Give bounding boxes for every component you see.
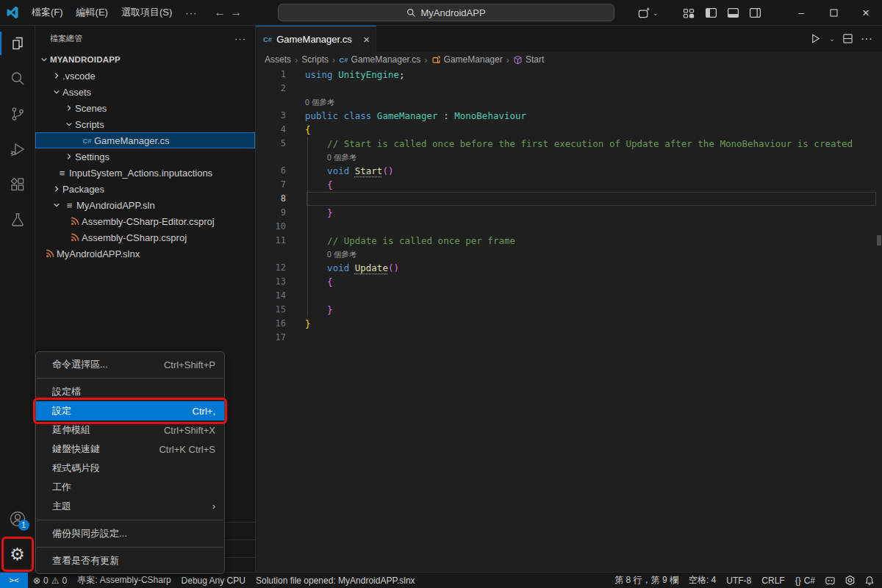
toggle-primary-sidebar-icon[interactable] bbox=[700, 4, 722, 23]
devkit-robot-icon[interactable] bbox=[820, 575, 840, 586]
close-button[interactable]: × bbox=[850, 0, 882, 26]
customize-layout-icon[interactable] bbox=[678, 4, 700, 23]
menu-item-settings[interactable]: 設定Ctrl+, bbox=[36, 401, 224, 420]
menubar-item[interactable]: 檔案(F) bbox=[25, 4, 70, 21]
toggle-secondary-sidebar-icon[interactable] bbox=[744, 4, 766, 23]
run-button[interactable] bbox=[807, 31, 823, 47]
line-number[interactable]: 1 bbox=[256, 68, 305, 82]
menu-item-generic[interactable]: 工作 bbox=[36, 478, 224, 497]
command-center-search[interactable]: MyAndroidAPP bbox=[278, 4, 614, 21]
line-number[interactable]: 12 bbox=[256, 261, 305, 275]
tree-item[interactable]: Assembly-CSharp-Editor.csproj bbox=[35, 213, 255, 229]
tree-item[interactable]: Assembly-CSharp.csproj bbox=[35, 229, 255, 245]
menu-item-generic[interactable]: 程式碼片段 bbox=[36, 459, 224, 478]
accounts-icon[interactable]: 1 bbox=[0, 501, 35, 537]
line-number[interactable]: 17 bbox=[256, 331, 305, 345]
explorer-icon[interactable] bbox=[0, 26, 35, 61]
code-line[interactable]: 11 // Update is called once per frame bbox=[256, 234, 882, 248]
search-icon[interactable] bbox=[0, 61, 35, 96]
tree-item[interactable]: ≡MyAndroidAPP.sln bbox=[35, 197, 255, 213]
maximize-button[interactable] bbox=[817, 0, 850, 26]
dotnet-hexagon-icon[interactable] bbox=[840, 575, 860, 586]
line-number[interactable]: 13 bbox=[256, 275, 305, 289]
run-debug-icon[interactable] bbox=[0, 132, 35, 167]
problems-status[interactable]: ⊗ 0 ⚠ 0 bbox=[28, 576, 72, 586]
code-line[interactable]: 14 bbox=[256, 289, 882, 303]
code-line[interactable]: 10 bbox=[256, 220, 882, 234]
solution-status[interactable]: Solution file opened: MyAndroidAPP.slnx bbox=[251, 576, 420, 586]
code-line[interactable]: 8 bbox=[256, 192, 882, 206]
codelens-row[interactable]: 0 個參考 bbox=[256, 151, 882, 164]
language-status[interactable]: {} C# bbox=[790, 576, 820, 586]
tree-item[interactable]: Scenes bbox=[35, 100, 255, 116]
breadcrumb-item[interactable]: Scripts bbox=[301, 54, 329, 65]
menu-item-generic[interactable]: 鍵盤快速鍵Ctrl+K Ctrl+S bbox=[36, 440, 224, 459]
menu-item-generic[interactable]: 延伸模組Ctrl+Shift+X bbox=[36, 420, 224, 440]
tab-close-icon[interactable]: × bbox=[363, 33, 370, 46]
minimize-button[interactable]: – bbox=[785, 0, 817, 26]
code-line[interactable]: 5 // Start is called once before the fir… bbox=[256, 137, 882, 151]
line-number[interactable]: 7 bbox=[256, 178, 305, 192]
nav-forward-icon[interactable]: → bbox=[230, 6, 242, 19]
source-control-icon[interactable] bbox=[0, 96, 35, 132]
project-status[interactable]: 專案: Assembly-CSharp bbox=[72, 574, 176, 587]
code-line[interactable]: 16} bbox=[256, 317, 882, 331]
menubar-item[interactable]: 選取項目(S) bbox=[115, 4, 179, 21]
line-number[interactable]: 8 bbox=[256, 192, 305, 206]
line-number[interactable]: 4 bbox=[256, 123, 305, 137]
code-line[interactable]: 13 { bbox=[256, 275, 882, 289]
tree-item[interactable]: MyAndroidAPP.slnx bbox=[35, 245, 255, 262]
notifications-bell-icon[interactable] bbox=[860, 576, 882, 586]
breadcrumb-item[interactable]: GameManager bbox=[431, 54, 503, 65]
line-number[interactable]: 10 bbox=[256, 220, 305, 234]
codelens-references[interactable]: 0 個參考 bbox=[305, 250, 356, 259]
tree-item[interactable]: Settings bbox=[35, 148, 255, 165]
explorer-more-icon[interactable]: ··· bbox=[234, 33, 246, 44]
code-editor[interactable]: 1using UnityEngine;20 個參考3public class G… bbox=[256, 68, 882, 572]
tab-gamemanager[interactable]: C# GameManager.cs × bbox=[256, 26, 376, 51]
settings-gear-icon[interactable]: ⚙ bbox=[0, 537, 35, 572]
code-line[interactable]: 9 } bbox=[256, 206, 882, 220]
run-chevron-icon[interactable]: ⌄ bbox=[826, 31, 836, 47]
editor-more-icon[interactable]: ··· bbox=[858, 31, 875, 47]
line-number[interactable]: 6 bbox=[256, 164, 305, 178]
split-editor-icon[interactable] bbox=[839, 31, 856, 47]
codelens-row[interactable]: 0 個參考 bbox=[256, 248, 882, 261]
code-line[interactable]: 15 } bbox=[256, 303, 882, 317]
breadcrumb-item[interactable]: Start bbox=[513, 54, 544, 65]
tree-item[interactable]: Assets bbox=[35, 84, 255, 100]
cursor-position-status[interactable]: 第 8 行，第 9 欄 bbox=[609, 574, 684, 587]
tree-item[interactable]: ≡InputSystem_Actions.inputactions bbox=[35, 165, 255, 181]
code-line[interactable]: 1using UnityEngine; bbox=[256, 68, 882, 82]
eol-status[interactable]: CRLF bbox=[756, 576, 789, 586]
breadcrumb-item[interactable]: C#GameManager.cs bbox=[339, 54, 420, 65]
code-line[interactable]: 17 bbox=[256, 331, 882, 345]
code-line[interactable]: 12 void Update() bbox=[256, 261, 882, 275]
code-line[interactable]: 3public class GameManager : MonoBehaviou… bbox=[256, 109, 882, 123]
line-number[interactable]: 9 bbox=[256, 206, 305, 220]
breadcrumb-item[interactable]: Assets bbox=[265, 54, 291, 65]
menu-item-generic[interactable]: 主題› bbox=[36, 497, 224, 516]
line-number[interactable]: 3 bbox=[256, 109, 305, 123]
line-number[interactable]: 14 bbox=[256, 289, 305, 303]
copilot-menu[interactable]: ⌄ bbox=[637, 6, 659, 20]
line-number[interactable]: 16 bbox=[256, 317, 305, 331]
tree-item[interactable]: Scripts bbox=[35, 116, 255, 132]
nav-back-icon[interactable]: ← bbox=[214, 6, 226, 19]
menu-item-generic[interactable]: 命令選擇區...Ctrl+Shift+P bbox=[36, 355, 224, 374]
remote-indicator[interactable]: >< bbox=[0, 573, 28, 588]
code-line[interactable]: 6 void Start() bbox=[256, 164, 882, 178]
menu-item-generic[interactable]: 設定檔 bbox=[36, 382, 224, 401]
tree-item[interactable]: C#GameManager.cs bbox=[35, 132, 255, 148]
extensions-icon[interactable] bbox=[0, 167, 35, 202]
tree-item[interactable]: Packages bbox=[35, 181, 255, 197]
code-line[interactable]: 7 { bbox=[256, 178, 882, 192]
codelens-row[interactable]: 0 個參考 bbox=[256, 96, 882, 109]
encoding-status[interactable]: UTF-8 bbox=[721, 576, 756, 586]
line-number[interactable]: 5 bbox=[256, 137, 305, 151]
line-number[interactable]: 15 bbox=[256, 303, 305, 317]
code-line[interactable]: 2 bbox=[256, 82, 882, 96]
tree-item[interactable]: .vscode bbox=[35, 68, 255, 84]
code-line[interactable]: 4{ bbox=[256, 123, 882, 137]
indentation-status[interactable]: 空格: 4 bbox=[684, 574, 721, 587]
